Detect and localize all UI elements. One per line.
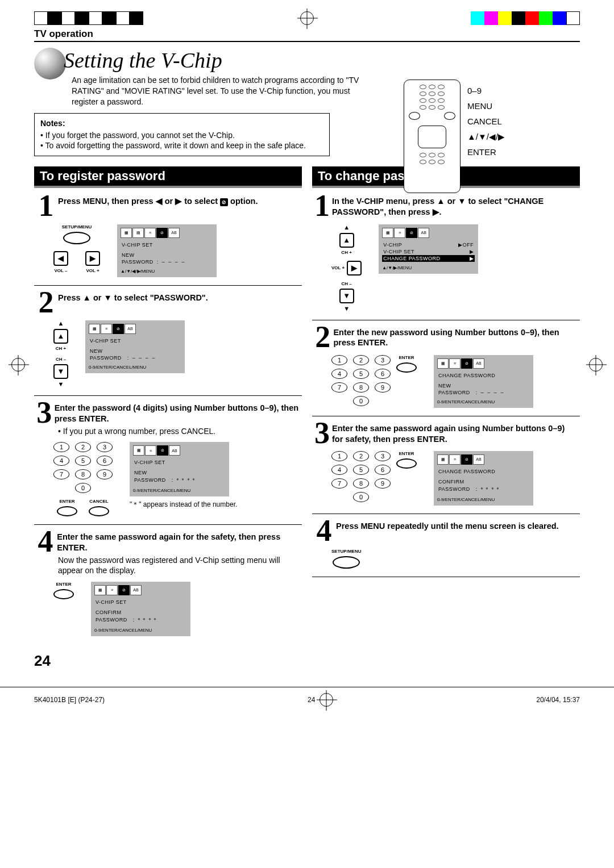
- remote-body-icon: [404, 80, 460, 193]
- vchip-icon: ⊘: [220, 198, 228, 206]
- remote-setup-group: SETUP/MENU ◀VOL – ▶VOL +: [53, 224, 100, 273]
- notes-heading: Notes:: [40, 118, 323, 129]
- notes-box: Notes: If you forget the password, you c…: [34, 113, 330, 157]
- setup-menu-group: SETUP/MENU: [331, 549, 361, 569]
- step-text: Press ▲ or ▼ to select "PASSWORD".: [58, 290, 208, 303]
- change-step-1: 1 In the V-CHIP menu, press ▲ or ▼ to se…: [312, 189, 580, 320]
- change-password-column: To change password 1 In the V-CHIP menu,…: [312, 166, 580, 644]
- register-step-4: 4 Enter the same password again for the …: [34, 525, 302, 644]
- footer-page: 24: [308, 696, 315, 704]
- remote-label-numbers: 0–9: [467, 83, 505, 98]
- step-sub-text: If you put a wrong number, press CANCEL.: [63, 427, 215, 436]
- step-number: 2: [36, 290, 56, 315]
- change-step-2: 2 Enter the new password using Number bu…: [312, 320, 580, 416]
- note-item: If you forget the password, you cannot s…: [46, 130, 323, 141]
- footer: 5K40101B [E] (P24-27) 24 20/4/04, 15:37: [0, 687, 614, 729]
- number-keypad-icon: 123 456 789 0: [331, 355, 391, 406]
- nav-buttons: ▲▲CH + VOL +▶ CH –▼▼: [331, 224, 362, 312]
- step-text: Enter the password (4 digits) using Numb…: [55, 400, 300, 424]
- remote-diagram: 0–9 MENU CANCEL ▲/▼/◀/▶ ENTER: [404, 80, 574, 193]
- step-text: Enter the new password using Number butt…: [333, 325, 578, 349]
- registration-mark-bottom: [320, 693, 333, 707]
- osd-screen: ▦≡⊘AB V-CHIP SET CONFIRM PASSWORD : ＊＊＊＊…: [91, 582, 190, 636]
- vol-down-icon: ◀: [53, 251, 68, 266]
- osd-screen: ▦≡⊘AB CHANGE PASSWORD NEW PASSWORD : – –…: [434, 355, 533, 408]
- osd-screen: ▦≡⊘AB V-CHIP SET NEW PASSWORD : – – – – …: [85, 320, 185, 373]
- remote-label-enter: ENTER: [467, 144, 505, 160]
- remote-label-cancel: CANCEL: [467, 114, 505, 129]
- intro-text: An age limitation can be set to forbid c…: [72, 75, 367, 107]
- osd-screen: ▦▤≡⊘AB V-CHIP SET NEW PASSWORD : – – – –…: [117, 224, 217, 277]
- footer-doc-id: 5K40101B [E] (P24-27): [34, 696, 105, 704]
- vol-up-icon: ▶: [85, 251, 100, 266]
- ch-up-icon: ▲: [339, 233, 354, 248]
- step-number: 3: [36, 400, 52, 425]
- step-number: 4: [314, 519, 334, 543]
- step-number: 1: [36, 194, 56, 218]
- keypad-group: 123 456 789 0 ENTER: [331, 355, 417, 406]
- number-keypad-icon: 123 456 789 0: [331, 451, 391, 502]
- step-text: Enter the same password again for the sa…: [57, 529, 300, 553]
- step-text: In the V-CHIP menu, press ▲ or ▼ to sele…: [332, 194, 578, 218]
- enter-button-group: ENTER: [53, 582, 74, 599]
- register-step-2: 2 Press ▲ or ▼ to select "PASSWORD". ▲▲C…: [34, 286, 302, 396]
- title-sphere-icon: [34, 48, 66, 80]
- step-number: 3: [314, 421, 330, 445]
- step-sub-text: Now the password was registered and V-Ch…: [58, 555, 300, 575]
- ch-buttons: ▲▲CH + CH –▼▼: [53, 320, 68, 387]
- step-number: 1: [314, 194, 330, 218]
- enter-button-icon: [57, 506, 77, 516]
- osd-screen: ▦≡⊘AB V-CHIP SET NEW PASSWORD : ＊＊＊＊ 0-9…: [130, 442, 229, 496]
- asterisk-note: "＊" appears instead of the number.: [130, 500, 237, 510]
- page-title: Setting the V-Chip: [64, 48, 367, 73]
- number-keypad-icon: 123 456 789 0: [53, 442, 113, 493]
- enter-button-icon: [53, 589, 74, 599]
- remote-label-arrows: ▲/▼/◀/▶: [467, 129, 505, 144]
- ch-up-icon: ▲: [53, 329, 68, 344]
- cancel-button-icon: [89, 506, 109, 516]
- register-step-1: 1 Press MENU, then press ◀ or ▶ to selec…: [34, 189, 302, 285]
- osd-screen: ▦≡⊘AB CHANGE PASSWORD CONFIRM PASSWORD :…: [434, 451, 533, 506]
- step-number: 4: [36, 529, 55, 554]
- setup-menu-button-icon: [333, 556, 360, 569]
- register-title: To register password: [34, 166, 302, 188]
- footer-timestamp: 20/4/04, 15:37: [536, 696, 580, 704]
- keypad-group: 123 456 789 0 ENTER CANCEL: [53, 442, 113, 516]
- change-step-3: 3 Enter the same password again using Nu…: [312, 416, 580, 514]
- setup-menu-button-icon: [63, 232, 90, 244]
- step-text: Press MENU repeatedly until the menu scr…: [336, 519, 559, 532]
- remote-label-menu: MENU: [467, 98, 505, 114]
- keypad-group: 123 456 789 0 ENTER: [331, 451, 417, 502]
- step-text: Press MENU, then press ◀ or ▶ to select …: [58, 194, 258, 207]
- ch-down-icon: ▼: [53, 364, 68, 379]
- note-item: To avoid forgetting the password, write …: [46, 140, 323, 151]
- vol-up-icon: ▶: [347, 261, 362, 276]
- change-step-4: 4 Press MENU repeatedly until the menu s…: [312, 514, 580, 577]
- step-number: 2: [314, 325, 331, 349]
- register-step-3: 3 Enter the password (4 digits) using Nu…: [34, 396, 302, 525]
- page-number: 24: [34, 652, 580, 670]
- step-text: Enter the same password again using Numb…: [332, 421, 578, 445]
- enter-button-icon: [396, 458, 417, 469]
- osd-screen: ▦≡⊘AB V-CHIP▶OFF V-CHIP SET▶ CHANGE PASS…: [379, 224, 478, 274]
- register-password-column: To register password 1 Press MENU, then …: [34, 166, 302, 644]
- section-header: TV operation: [34, 28, 580, 42]
- ch-down-icon: ▼: [339, 289, 354, 303]
- enter-button-icon: [396, 362, 417, 373]
